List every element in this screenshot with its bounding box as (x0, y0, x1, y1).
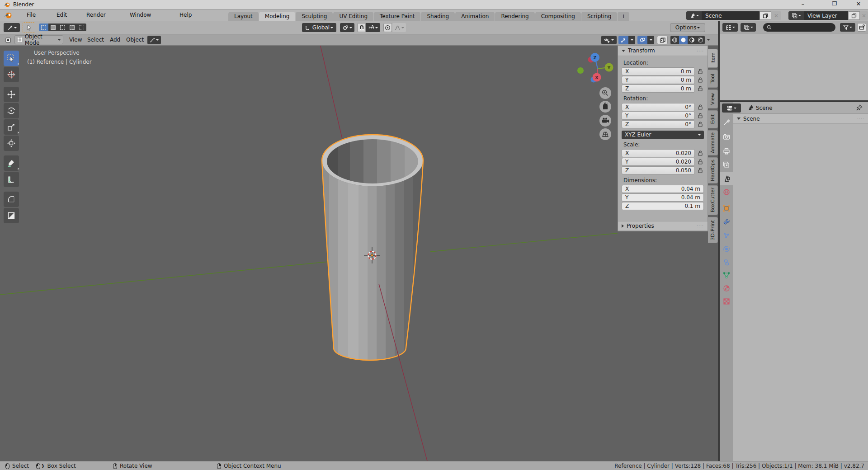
select-mode-new[interactable] (39, 24, 48, 31)
lock-icon[interactable] (697, 85, 704, 92)
tool-move[interactable] (4, 87, 19, 102)
new-collection-button[interactable] (857, 23, 866, 32)
properties-tab-world[interactable] (720, 186, 733, 198)
properties-tab-constraints[interactable] (720, 257, 733, 268)
properties-tab-object[interactable] (720, 202, 733, 214)
search-input[interactable] (772, 24, 828, 31)
tool-annotate[interactable] (4, 155, 19, 171)
sidebar-tab-edit[interactable]: Edit (708, 110, 718, 128)
properties-tab-particles[interactable] (720, 230, 733, 241)
sidebar-tab-view[interactable]: View (708, 89, 718, 108)
scale-y-field[interactable]: Y0.020 (622, 158, 695, 166)
lock-icon[interactable] (697, 104, 704, 110)
proportional-falloff-dropdown[interactable] (392, 23, 406, 32)
lock-icon[interactable] (697, 167, 704, 174)
view-layer-new-button[interactable] (848, 11, 860, 20)
scene-unlink-button[interactable]: ✕ (771, 11, 781, 20)
select-mode-extend[interactable] (48, 24, 58, 31)
scene-panel-header[interactable]: Scene :::: (733, 114, 868, 124)
menu-window[interactable]: Window (127, 11, 154, 19)
tab-uv-editing[interactable]: UV Editing (333, 12, 373, 21)
pin-icon[interactable] (856, 104, 863, 111)
shading-dropdown[interactable] (705, 36, 712, 44)
properties-tab-render[interactable] (720, 131, 733, 143)
perspective-toggle-button[interactable] (599, 128, 611, 140)
lock-icon[interactable] (697, 113, 704, 119)
scene-name-field[interactable]: Scene (702, 11, 760, 20)
shading-material-button[interactable] (688, 36, 696, 44)
rotation-y-field[interactable]: Y0° (622, 112, 695, 120)
show-overlays-toggle[interactable] (637, 36, 647, 44)
dimensions-y-field[interactable]: Y0.04 m (622, 193, 704, 202)
properties-tab-modifiers[interactable] (720, 216, 733, 228)
options-dropdown[interactable]: Options (670, 23, 705, 32)
transform-orientation-dropdown[interactable]: Global (302, 23, 336, 32)
scale-x-field[interactable]: X0.020 (622, 149, 695, 157)
snap-toggle[interactable] (357, 23, 366, 32)
sidebar-tab-animate[interactable]: Animate (708, 130, 718, 155)
zoom-button[interactable] (599, 87, 611, 99)
viewport-3d[interactable]: Z Y X (0, 34, 718, 461)
lock-icon[interactable] (697, 121, 704, 127)
properties-tab-tool[interactable] (720, 117, 733, 128)
select-mode-intersect[interactable] (77, 24, 86, 31)
tab-rendering[interactable]: Rendering (495, 12, 534, 21)
properties-tab-scene[interactable] (720, 172, 733, 185)
pivot-point-dropdown[interactable] (340, 23, 354, 32)
overlays-dropdown[interactable] (647, 36, 654, 44)
properties-editor-type-dropdown[interactable] (722, 103, 741, 113)
properties-tab-texture[interactable] (720, 296, 733, 307)
gizmo-neg-y-ball[interactable] (577, 67, 584, 74)
menu-file[interactable]: File (24, 11, 39, 19)
blender-menu-logo-icon[interactable] (4, 11, 12, 19)
tab-texture-paint[interactable]: Texture Paint (374, 12, 420, 21)
menu-render[interactable]: Render (83, 11, 109, 19)
object-visibility-dropdown[interactable] (601, 36, 617, 44)
navigation-gizmo[interactable]: Z Y X (577, 53, 613, 83)
tool-scale[interactable] (4, 119, 19, 135)
lock-icon[interactable] (697, 77, 704, 83)
tool-measure[interactable] (4, 172, 19, 187)
dimensions-x-field[interactable]: X0.04 m (622, 185, 704, 193)
view-layer-remove-button[interactable]: ✕ (860, 11, 868, 20)
scene-browse-button[interactable] (686, 11, 702, 20)
panel-drag-dots-icon[interactable]: :::: (697, 48, 704, 53)
lock-icon[interactable] (697, 68, 704, 75)
menu-add[interactable]: Add (107, 36, 123, 44)
tool-hardops[interactable] (4, 192, 19, 207)
scene-new-button[interactable] (760, 11, 771, 20)
properties-subpanel-header[interactable]: Properties :::: (618, 221, 708, 231)
menu-select[interactable]: Select (84, 36, 107, 44)
sidebar-tab-item[interactable]: Item (708, 49, 718, 68)
transform-panel-header[interactable]: Transform :::: (618, 46, 708, 56)
tab-modeling[interactable]: Modeling (259, 12, 296, 21)
rotation-mode-dropdown[interactable]: XYZ Euler (622, 131, 704, 139)
add-workspace-button[interactable]: + (618, 12, 629, 21)
minimize-button[interactable]: – (795, 0, 811, 7)
camera-view-button[interactable] (599, 115, 611, 127)
panel-drag-dots-icon[interactable]: :::: (697, 224, 704, 228)
shading-rendered-button[interactable] (696, 36, 705, 44)
xray-toggle[interactable] (657, 36, 668, 44)
rotation-z-field[interactable]: Z0° (622, 120, 695, 128)
proportional-editing-toggle[interactable] (383, 23, 392, 32)
view-layer-browse-button[interactable] (788, 11, 804, 20)
rotation-x-field[interactable]: X0° (622, 103, 695, 111)
gizmos-dropdown[interactable] (628, 36, 635, 44)
dimensions-z-field[interactable]: Z0.1 m (622, 202, 704, 210)
menu-object[interactable]: Object (123, 36, 147, 44)
tab-compositing[interactable]: Compositing (535, 12, 581, 21)
sidebar-tab-tool[interactable]: Tool (708, 70, 718, 88)
header-extra-dropdown[interactable] (147, 36, 161, 44)
tab-animation[interactable]: Animation (455, 12, 495, 21)
sidebar-tab-hardops[interactable]: HardOps (708, 157, 718, 183)
location-y-field[interactable]: Y0 m (622, 76, 695, 84)
properties-tab-material[interactable] (720, 282, 733, 294)
active-tool-button[interactable] (23, 22, 35, 33)
sidebar-tab-3dprint[interactable]: 3D-Print (708, 217, 718, 243)
scale-z-field[interactable]: Z0.050 (622, 166, 695, 174)
shading-solid-button[interactable] (679, 36, 688, 44)
outliner-scope-dropdown[interactable] (741, 23, 756, 32)
select-mode-invert[interactable] (67, 24, 77, 31)
cylinder-object[interactable] (322, 135, 423, 360)
